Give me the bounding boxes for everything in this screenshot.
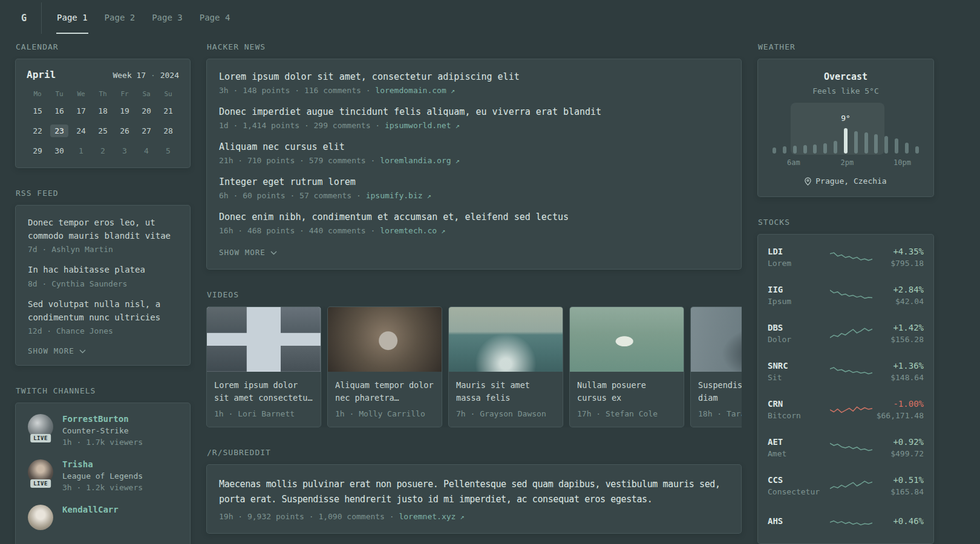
- comments: 440 comments: [309, 226, 366, 235]
- twitch-category[interactable]: Counter-Strike: [62, 426, 143, 435]
- tab-page-1[interactable]: Page 1: [56, 2, 88, 34]
- hackernews-section: HACKER NEWS Lorem ipsum dolor sit amet, …: [206, 42, 742, 270]
- video-card[interactable]: Lorem ipsum dolor sit amet consectetu… 1…: [206, 306, 321, 427]
- stock-row[interactable]: AET Amet +0.92% $499.72: [768, 429, 924, 467]
- time-ago: 19h: [219, 512, 233, 521]
- separator-dot: ·: [370, 121, 384, 130]
- chevron-down-icon: [79, 349, 86, 354]
- tab-page-4[interactable]: Page 4: [199, 2, 231, 34]
- weather-time-label: 10pm: [893, 158, 911, 167]
- video-title[interactable]: Suspendisse maximus diam: [698, 379, 742, 404]
- hackernews-show-more-button[interactable]: SHOW MORE: [219, 248, 277, 257]
- domain-link[interactable]: loremlandia.org: [380, 156, 451, 165]
- separator-dot: ·: [295, 156, 309, 165]
- external-link-icon: ↗: [423, 192, 431, 200]
- hackernews-item-title[interactable]: Donec imperdiet augue tincidunt felis al…: [219, 106, 729, 117]
- live-badge: LIVE: [30, 434, 51, 442]
- time-ago: 7d: [28, 245, 38, 254]
- separator-dot: ·: [72, 438, 86, 447]
- section-title-calendar: CALENDAR: [16, 42, 191, 51]
- twitch-channel[interactable]: LIVE Trisha League of Legends 3h · 1.2k …: [28, 459, 178, 492]
- twitch-card: LIVE ForrestBurton Counter-Strike 1h · 1…: [15, 403, 191, 544]
- stock-name: Bitcorn: [768, 411, 828, 420]
- stock-row[interactable]: CRN Bitcorn -1.00% $66,171.48: [768, 390, 924, 429]
- hackernews-item-title[interactable]: Integer eget rutrum lorem: [219, 176, 729, 187]
- external-link-icon: ↗: [437, 227, 445, 235]
- domain-link[interactable]: loremdomain.com: [375, 86, 446, 95]
- show-more-label: SHOW MORE: [219, 248, 266, 257]
- hackernews-item-title[interactable]: Aliquam nec cursus elit: [219, 141, 729, 152]
- weather-bar: [793, 146, 797, 154]
- hackernews-item: Integer eget rutrum lorem 6h · 60 points…: [219, 176, 729, 200]
- stock-row[interactable]: LDI Lorem +4.35% $795.18: [768, 238, 924, 276]
- rss-show-more-button[interactable]: SHOW MORE: [28, 346, 86, 355]
- domain-link[interactable]: loremnet.xyz: [399, 512, 456, 521]
- video-meta: 7h · Grayson Dawson: [456, 409, 555, 418]
- subreddit-post-meta: 19h · 9,932 points · 1,090 comments · lo…: [219, 512, 729, 521]
- section-title-stocks: STOCKS: [758, 218, 934, 227]
- video-thumbnail[interactable]: [328, 307, 442, 372]
- stock-symbol: AHS: [768, 516, 828, 526]
- video-title[interactable]: Aliquam tempor dolor nec pharetra…: [335, 379, 434, 404]
- stock-row[interactable]: DBS Dolor +1.42% $156.28: [768, 314, 924, 352]
- video-card[interactable]: Aliquam tempor dolor nec pharetra… 1h · …: [327, 306, 442, 427]
- video-meta: 1h · Lori Barnett: [214, 409, 313, 418]
- subreddit-post-title[interactable]: Maecenas mollis pulvinar erat non posuer…: [219, 477, 729, 507]
- points: 9,932 points: [247, 512, 304, 521]
- rss-item-title[interactable]: Donec tempor eros leo, ut commodo mauris…: [28, 216, 178, 242]
- twitch-channel[interactable]: KendallCarr: [28, 505, 178, 530]
- twitch-channel[interactable]: LIVE ForrestBurton Counter-Strike 1h · 1…: [28, 414, 178, 447]
- domain-link[interactable]: ipsumify.biz: [366, 191, 423, 200]
- calendar-grid: MoTuWeThFrSaSu15161718192021222324252627…: [27, 90, 179, 158]
- domain-link[interactable]: ipsumworld.net: [385, 121, 451, 130]
- rss-item-title[interactable]: In hac habitasse platea: [28, 264, 178, 277]
- video-title[interactable]: Mauris sit amet massa felis: [456, 379, 555, 404]
- stock-info: SNRC Sit: [768, 361, 828, 382]
- tab-page-3[interactable]: Page 3: [151, 2, 183, 34]
- calendar-day: 5: [157, 144, 179, 158]
- points: 710 points: [247, 156, 295, 165]
- video-title[interactable]: Nullam posuere cursus ex: [577, 379, 676, 404]
- calendar-section: CALENDAR April Week 17 · 2024 MoTuWeThFr…: [15, 42, 191, 168]
- twitch-channel-name[interactable]: KendallCarr: [62, 505, 119, 514]
- video-card[interactable]: Suspendisse maximus diam 18h · Tara: [690, 306, 742, 427]
- twitch-channel-name[interactable]: ForrestBurton: [62, 414, 143, 424]
- video-thumbnail[interactable]: [449, 307, 563, 372]
- hackernews-item-meta: 16h · 468 points · 440 comments · loremt…: [219, 226, 729, 235]
- time-ago: 8d: [28, 279, 38, 288]
- time-ago: 17h: [577, 409, 591, 418]
- rss-list: Donec tempor eros leo, ut commodo mauris…: [28, 216, 178, 335]
- points: 1,414 points: [243, 121, 299, 130]
- stock-price: $156.28: [874, 335, 924, 344]
- video-card-body: Mauris sit amet massa felis 7h · Grayson…: [449, 372, 563, 427]
- video-card[interactable]: Mauris sit amet massa felis 7h · Grayson…: [448, 306, 563, 427]
- logo[interactable]: G: [15, 2, 42, 34]
- video-thumbnail[interactable]: [570, 307, 684, 372]
- domain-link[interactable]: loremtech.co: [380, 226, 437, 235]
- separator-dot: ·: [72, 483, 86, 492]
- stock-price: $148.64: [874, 373, 924, 382]
- stock-row[interactable]: AHS +0.46%: [768, 505, 924, 540]
- tab-page-2[interactable]: Page 2: [104, 2, 136, 34]
- video-title[interactable]: Lorem ipsum dolor sit amet consectetu…: [214, 379, 313, 404]
- stock-change: +4.35%: [874, 247, 924, 256]
- external-link-icon: ↗: [451, 157, 460, 165]
- video-thumbnail[interactable]: [691, 307, 742, 372]
- hackernews-item-title[interactable]: Donec enim nibh, condimentum et accumsan…: [219, 212, 729, 222]
- hackernews-item-title[interactable]: Lorem ipsum dolor sit amet, consectetur …: [219, 71, 729, 82]
- author: Tara: [727, 409, 742, 418]
- comments: 299 comments: [314, 121, 371, 130]
- twitch-channel-name[interactable]: Trisha: [62, 459, 143, 469]
- video-thumbnail[interactable]: [207, 307, 321, 372]
- stock-row[interactable]: IIG Ipsum +2.84% $42.04: [768, 276, 924, 314]
- rss-item-title[interactable]: Sed volutpat nulla nisl, a condimentum n…: [28, 298, 178, 324]
- stock-row[interactable]: CCS Consectetur +0.51% $165.84: [768, 467, 924, 505]
- stock-row[interactable]: SNRC Sit +1.36% $148.64: [768, 352, 924, 390]
- section-title-hackernews: HACKER NEWS: [207, 42, 742, 51]
- video-card[interactable]: Nullam posuere cursus ex 17h · Stefan Co…: [569, 306, 684, 427]
- separator-dot: ·: [591, 409, 605, 418]
- separator-dot: ·: [233, 156, 247, 165]
- separator-dot: ·: [295, 226, 309, 235]
- stock-sparkline: [830, 439, 872, 457]
- twitch-category[interactable]: League of Legends: [62, 471, 143, 481]
